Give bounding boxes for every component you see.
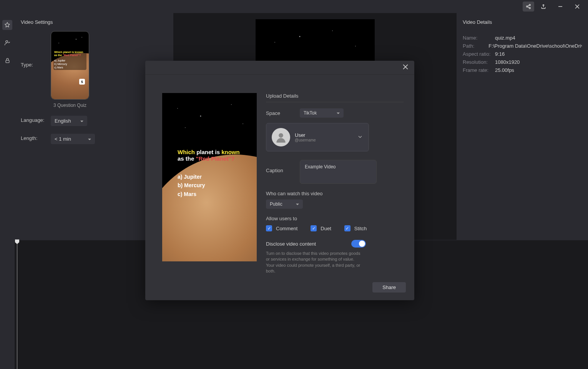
- upload-preview: Which planet is known as the "Red Planet…: [162, 93, 257, 261]
- upload-section-title: Upload Details: [266, 93, 404, 102]
- modal-backdrop: Which planet is known as the "Red Planet…: [0, 0, 588, 369]
- caption-input[interactable]: [300, 160, 377, 184]
- share-button[interactable]: Share: [372, 282, 406, 293]
- user-select[interactable]: User @username: [266, 123, 369, 151]
- close-icon: [403, 64, 408, 70]
- chevron-down-icon: [358, 135, 362, 140]
- space-select[interactable]: TikTok: [300, 108, 344, 118]
- checkbox-icon: ✓: [311, 225, 317, 231]
- disclose-toggle[interactable]: [351, 240, 366, 248]
- visibility-select[interactable]: Public: [266, 199, 303, 209]
- modal-close-button[interactable]: [400, 62, 410, 73]
- user-name: User: [295, 132, 316, 138]
- avatar: [272, 128, 290, 146]
- watch-label: Who can watch this video: [266, 191, 404, 196]
- caption-label: Caption: [266, 160, 300, 173]
- disclose-description: Turn on to disclose that this video prom…: [266, 251, 362, 274]
- upload-modal: Which planet is known as the "Red Planet…: [145, 61, 414, 300]
- disclose-label: Disclose video content: [266, 241, 316, 247]
- allow-label: Allow users to: [266, 216, 404, 221]
- check-stitch[interactable]: ✓ Stitch: [344, 225, 367, 231]
- check-duet[interactable]: ✓ Duet: [311, 225, 331, 231]
- svg-point-12: [279, 133, 283, 138]
- check-comment[interactable]: ✓ Comment: [266, 225, 297, 231]
- checkbox-icon: ✓: [266, 225, 272, 231]
- checkbox-icon: ✓: [344, 225, 350, 231]
- space-label: Space: [266, 110, 300, 116]
- user-handle: @username: [295, 138, 316, 142]
